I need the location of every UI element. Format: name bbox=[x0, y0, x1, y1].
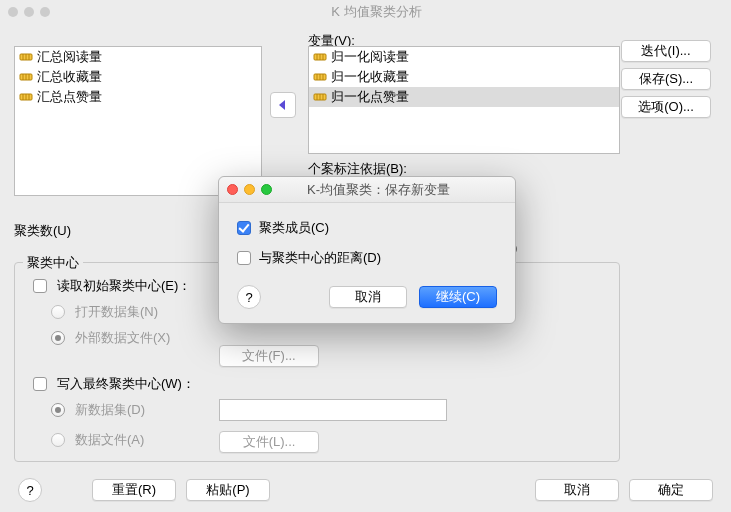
list-item[interactable]: 归一化阅读量 bbox=[309, 47, 619, 67]
save-new-variables-modal: K-均值聚类：保存新变量 聚类成员(C) 与聚类中心的距离(D) ? 取消 继续… bbox=[218, 176, 516, 324]
target-variable-list[interactable]: 归一化阅读量 归一化收藏量 归一化点赞量 bbox=[308, 46, 620, 154]
scale-icon bbox=[19, 50, 33, 64]
file-button-2: 文件(L)... bbox=[219, 431, 319, 453]
min-dot[interactable] bbox=[24, 7, 34, 17]
main-window-titlebar: K 均值聚类分析 bbox=[0, 0, 731, 24]
distance-row: 与聚类中心的距离(D) bbox=[237, 249, 497, 267]
source-variable-list[interactable]: 汇总阅读量 汇总收藏量 汇总点赞量 bbox=[14, 46, 262, 196]
modal-body: 聚类成员(C) 与聚类中心的距离(D) ? 取消 继续(C) bbox=[219, 203, 515, 323]
write-final-row: 写入最终聚类中心(W)： bbox=[33, 375, 195, 393]
transfer-arrow-button[interactable] bbox=[270, 92, 296, 118]
distance-checkbox[interactable] bbox=[237, 251, 251, 265]
modal-cancel-label: 取消 bbox=[355, 288, 381, 306]
item-label: 汇总收藏量 bbox=[37, 68, 102, 86]
list-item[interactable]: 汇总点赞量 bbox=[15, 87, 261, 107]
list-item[interactable]: 归一化收藏量 bbox=[309, 67, 619, 87]
dialog-side-buttons: 迭代(I)... 保存(S)... 选项(O)... bbox=[621, 40, 711, 118]
reset-label: 重置(R) bbox=[112, 481, 156, 499]
external-file-label: 外部数据文件(X) bbox=[75, 329, 170, 347]
ok-label: 确定 bbox=[658, 481, 684, 499]
cancel-label: 取消 bbox=[564, 481, 590, 499]
list-item[interactable]: 汇总阅读量 bbox=[15, 47, 261, 67]
external-file-radio bbox=[51, 331, 65, 345]
data-file-radio bbox=[51, 433, 65, 447]
zoom-dot[interactable] bbox=[40, 7, 50, 17]
cluster-member-row: 聚类成员(C) bbox=[237, 219, 497, 237]
paste-label: 粘贴(P) bbox=[206, 481, 249, 499]
file-button-1: 文件(F)... bbox=[219, 345, 319, 367]
modal-help-button[interactable]: ? bbox=[237, 285, 261, 309]
fieldset-legend: 聚类中心 bbox=[23, 254, 83, 272]
reset-button[interactable]: 重置(R) bbox=[92, 479, 176, 501]
options-label: 选项(O)... bbox=[638, 98, 694, 116]
data-file-row: 数据文件(A) bbox=[51, 431, 144, 449]
external-file-row: 外部数据文件(X) bbox=[51, 329, 170, 347]
read-initial-label: 读取初始聚类中心(E)： bbox=[57, 277, 191, 295]
help-icon: ? bbox=[26, 483, 33, 498]
item-label: 归一化收藏量 bbox=[331, 68, 409, 86]
help-button[interactable]: ? bbox=[18, 478, 42, 502]
new-dataset-row: 新数据集(D) bbox=[51, 401, 145, 419]
modal-title: K-均值聚类：保存新变量 bbox=[272, 181, 515, 199]
close-dot[interactable] bbox=[8, 7, 18, 17]
new-dataset-radio bbox=[51, 403, 65, 417]
window-controls bbox=[8, 7, 50, 17]
cluster-member-checkbox[interactable] bbox=[237, 221, 251, 235]
modal-titlebar: K-均值聚类：保存新变量 bbox=[219, 177, 515, 203]
iterate-button[interactable]: 迭代(I)... bbox=[621, 40, 711, 62]
scale-icon bbox=[313, 90, 327, 104]
ok-button[interactable]: 确定 bbox=[629, 479, 713, 501]
dialog-bottom-bar: ? 重置(R) 粘贴(P) 取消 确定 bbox=[0, 478, 731, 502]
modal-cancel-button[interactable]: 取消 bbox=[329, 286, 407, 308]
read-initial-checkbox[interactable] bbox=[33, 279, 47, 293]
close-icon[interactable] bbox=[227, 184, 238, 195]
item-label: 汇总点赞量 bbox=[37, 88, 102, 106]
cluster-count-label: 聚类数(U) bbox=[14, 222, 71, 240]
cluster-member-label: 聚类成员(C) bbox=[259, 219, 329, 237]
modal-window-controls bbox=[227, 184, 272, 195]
item-label: 汇总阅读量 bbox=[37, 48, 102, 66]
arrow-left-icon bbox=[276, 98, 290, 112]
item-label: 归一化阅读量 bbox=[331, 48, 409, 66]
window-title: K 均值聚类分析 bbox=[62, 3, 731, 21]
open-dataset-radio bbox=[51, 305, 65, 319]
save-label: 保存(S)... bbox=[639, 70, 693, 88]
iterate-label: 迭代(I)... bbox=[641, 42, 690, 60]
file-button-2-label: 文件(L)... bbox=[243, 433, 296, 451]
open-dataset-row: 打开数据集(N) bbox=[51, 303, 158, 321]
scale-icon bbox=[19, 90, 33, 104]
cancel-button[interactable]: 取消 bbox=[535, 479, 619, 501]
scale-icon bbox=[313, 50, 327, 64]
new-dataset-input[interactable] bbox=[219, 399, 447, 421]
options-button[interactable]: 选项(O)... bbox=[621, 96, 711, 118]
write-final-label: 写入最终聚类中心(W)： bbox=[57, 375, 195, 393]
distance-label: 与聚类中心的距离(D) bbox=[259, 249, 381, 267]
modal-continue-button[interactable]: 继续(C) bbox=[419, 286, 497, 308]
file-button-1-label: 文件(F)... bbox=[242, 347, 295, 365]
modal-button-row: ? 取消 继续(C) bbox=[237, 285, 497, 309]
list-item[interactable]: 汇总收藏量 bbox=[15, 67, 261, 87]
cluster-count-row: 聚类数(U) bbox=[14, 222, 71, 240]
new-dataset-label: 新数据集(D) bbox=[75, 401, 145, 419]
open-dataset-label: 打开数据集(N) bbox=[75, 303, 158, 321]
scale-icon bbox=[19, 70, 33, 84]
save-button[interactable]: 保存(S)... bbox=[621, 68, 711, 90]
zoom-icon[interactable] bbox=[261, 184, 272, 195]
item-label: 归一化点赞量 bbox=[331, 88, 409, 106]
list-item[interactable]: 归一化点赞量 bbox=[309, 87, 619, 107]
paste-button[interactable]: 粘贴(P) bbox=[186, 479, 270, 501]
read-initial-row: 读取初始聚类中心(E)： bbox=[33, 277, 191, 295]
modal-continue-label: 继续(C) bbox=[436, 288, 480, 306]
minimize-icon[interactable] bbox=[244, 184, 255, 195]
help-icon: ? bbox=[245, 290, 252, 305]
scale-icon bbox=[313, 70, 327, 84]
write-final-checkbox[interactable] bbox=[33, 377, 47, 391]
data-file-label: 数据文件(A) bbox=[75, 431, 144, 449]
